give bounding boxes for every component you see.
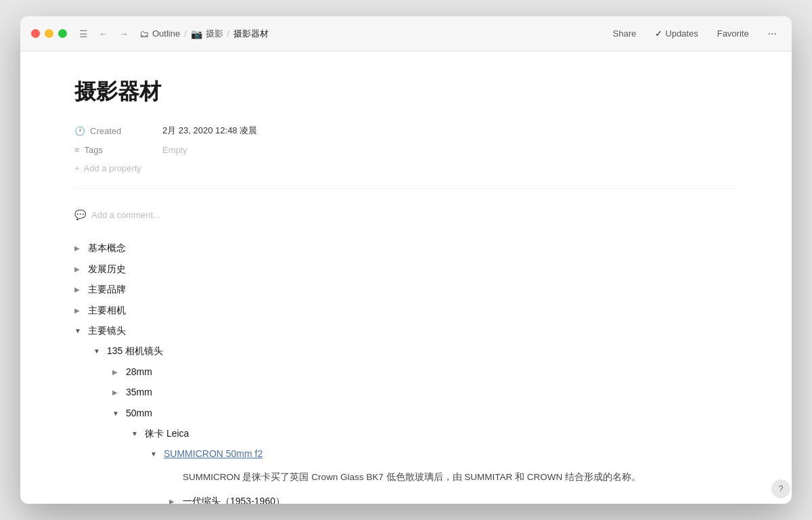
comment-icon: 💬 — [74, 209, 86, 220]
close-button[interactable] — [31, 29, 40, 38]
toggle-arrow-12[interactable]: ▶ — [169, 494, 183, 504]
outline-item-3[interactable]: ▶ 主要品牌 — [74, 279, 738, 299]
outline-item-9[interactable]: ▼ 50mm — [74, 403, 738, 423]
outline-item-1[interactable]: ▶ 基本概念 — [74, 238, 738, 258]
outline-item-6[interactable]: ▼ 135 相机镜头 — [74, 341, 738, 361]
summicron-link[interactable]: SUMMICRON 50mm f2 — [164, 448, 263, 459]
outline-item-2[interactable]: ▶ 发展历史 — [74, 259, 738, 279]
outline-item-7[interactable]: ▶ 28mm — [74, 362, 738, 382]
item-text-3: 主要品牌 — [88, 282, 738, 297]
minimize-button[interactable] — [45, 29, 53, 38]
created-label: Created — [90, 126, 121, 136]
favorite-label: Favorite — [717, 28, 749, 39]
favorite-action[interactable]: Favorite — [713, 26, 753, 41]
breadcrumb-photos[interactable]: 📷 摄影 — [191, 28, 223, 40]
back-button[interactable]: ← — [96, 27, 111, 41]
item-text-6: 135 相机镜头 — [107, 343, 738, 358]
breadcrumb: 🗂 Outline / 📷 摄影 / 摄影器材 — [139, 28, 609, 40]
updates-label: Updates — [665, 28, 698, 39]
outline-item-11[interactable]: ▼ SUMMICRON 50mm f2 — [74, 443, 738, 464]
toggle-arrow-7[interactable]: ▶ — [112, 364, 126, 378]
toggle-arrow-4[interactable]: ▶ — [74, 303, 88, 316]
toggle-arrow-5[interactable]: ▼ — [74, 323, 88, 337]
item-text-desc: SUMMICRON 是徕卡买了英国 Crown Glass BK7 低色散玻璃后… — [183, 467, 738, 488]
outline-label: Outline — [152, 28, 180, 39]
outline-item-4[interactable]: ▶ 主要相机 — [74, 300, 738, 320]
item-text-1: 基本概念 — [88, 240, 738, 255]
more-button[interactable]: ··· — [764, 26, 781, 41]
item-text-2: 发展历史 — [88, 261, 738, 276]
outline-item-5[interactable]: ▼ 主要镜头 — [74, 320, 738, 341]
toggle-arrow-6[interactable]: ▼ — [93, 343, 107, 357]
main-content: 摄影器材 🕐 Created 2月 23, 2020 12:48 凌晨 ≡ Ta… — [20, 51, 792, 504]
toggle-arrow-3[interactable]: ▶ — [74, 282, 88, 295]
toggle-arrow-9[interactable]: ▼ — [112, 406, 126, 419]
document-area: 摄影器材 🕐 Created 2月 23, 2020 12:48 凌晨 ≡ Ta… — [20, 51, 792, 504]
photos-icon: 📷 — [191, 28, 202, 39]
share-label: Share — [613, 28, 637, 39]
outline-item-10[interactable]: ▼ 徕卡 Leica — [74, 423, 738, 443]
doc-title: 摄影器材 — [74, 79, 738, 104]
outline-item-8[interactable]: ▶ 35mm — [74, 382, 738, 402]
add-property-row[interactable]: + Add a property — [74, 159, 738, 177]
add-comment-label: Add a comment... — [91, 210, 160, 220]
add-comment-row[interactable]: 💬 Add a comment... — [74, 202, 738, 227]
add-property-icon: + — [74, 163, 80, 173]
titlebar: ☰ ← → 🗂 Outline / 📷 摄影 / 摄影器材 Share — [20, 16, 792, 51]
current-label: 摄影器材 — [233, 28, 269, 40]
fullscreen-button[interactable] — [58, 29, 67, 38]
breadcrumb-current: 摄影器材 — [233, 28, 269, 40]
item-text-11: SUMMICRON 50mm f2 — [164, 446, 738, 461]
traffic-lights — [31, 29, 67, 38]
add-property-label: Add a property — [84, 163, 141, 173]
created-key: 🕐 Created — [74, 126, 162, 136]
metadata-section: 🕐 Created 2月 23, 2020 12:48 凌晨 ≡ Tags Em… — [74, 121, 738, 189]
item-text-9: 50mm — [126, 406, 738, 420]
breadcrumb-outline[interactable]: 🗂 Outline — [139, 28, 180, 39]
item-text-7: 28mm — [126, 364, 738, 379]
nav-controls: ☰ ← → — [76, 27, 131, 41]
clock-icon: 🕐 — [74, 126, 85, 136]
item-text-12: 一代缩头（1953-1960） — [183, 494, 738, 504]
breadcrumb-sep-1: / — [184, 29, 186, 39]
breadcrumb-sep-2: / — [227, 29, 229, 39]
created-value: 2月 23, 2020 12:48 凌晨 — [162, 125, 738, 137]
item-text-10: 徕卡 Leica — [145, 426, 738, 441]
toggle-arrow-8[interactable]: ▶ — [112, 385, 126, 398]
item-text-5: 主要镜头 — [88, 323, 738, 338]
tags-value[interactable]: Empty — [162, 145, 738, 155]
outline-icon: 🗂 — [139, 28, 149, 39]
item-text-8: 35mm — [126, 385, 738, 399]
app-window: ☰ ← → 🗂 Outline / 📷 摄影 / 摄影器材 Share — [20, 16, 792, 504]
tags-label: Tags — [85, 145, 103, 155]
item-text-4: 主要相机 — [88, 303, 738, 318]
created-row: 🕐 Created 2月 23, 2020 12:48 凌晨 — [74, 121, 738, 141]
toggle-arrow-10[interactable]: ▼ — [131, 426, 145, 439]
help-button[interactable]: ? — [771, 479, 790, 498]
tags-key: ≡ Tags — [74, 145, 162, 155]
outline-item-12[interactable]: ▶ 一代缩头（1953-1960） — [74, 491, 738, 504]
toggle-arrow-11[interactable]: ▼ — [150, 446, 164, 460]
updates-action[interactable]: ✓ Updates — [651, 26, 702, 41]
share-action[interactable]: Share — [609, 26, 641, 41]
document-body: ▶ 基本概念 ▶ 发展历史 ▶ 主要品牌 ▶ 主要相机 — [74, 238, 738, 504]
toggle-arrow-1[interactable]: ▶ — [74, 240, 88, 254]
toggle-arrow-2[interactable]: ▶ — [74, 261, 88, 275]
hamburger-button[interactable]: ☰ — [76, 27, 91, 41]
tags-row: ≡ Tags Empty — [74, 141, 738, 159]
tags-icon: ≡ — [74, 145, 80, 155]
titlebar-actions: Share ✓ Updates Favorite ··· — [609, 26, 781, 41]
updates-check-icon: ✓ — [655, 28, 662, 39]
outline-item-desc: ▶ SUMMICRON 是徕卡买了英国 Crown Glass BK7 低色散玻… — [74, 464, 738, 491]
photos-label: 摄影 — [206, 28, 223, 40]
forward-button[interactable]: → — [116, 27, 131, 41]
